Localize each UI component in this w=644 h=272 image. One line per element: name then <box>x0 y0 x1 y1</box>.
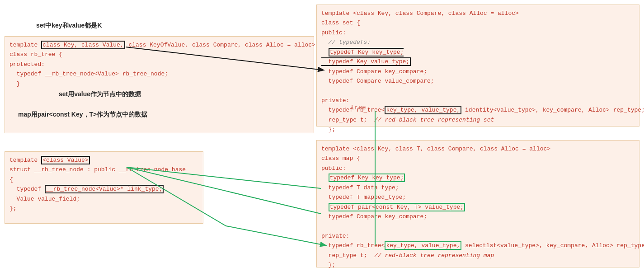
rb-tree-node-panel: template <class Value> struct __rb_tree_… <box>5 151 203 224</box>
highlight-map-value-type: typedef pair<const Key, T> value_type; <box>329 203 465 211</box>
highlight-map-rep-key-value: key_type, value_type, <box>385 241 461 250</box>
annotation-set-key-value: set中key和value都是K <box>36 22 102 30</box>
highlight-set-key-type: typedef Key key_type; typedef Key value_… <box>321 48 411 66</box>
highlight-map-key-type: typedef Key key_type; <box>329 174 405 182</box>
highlight-class-key-value: class Key, class Value, <box>41 41 125 49</box>
set-code: template <class Key, class Compare, clas… <box>321 9 635 135</box>
annotation-set-node-data: set用value作为节点中的数据 <box>59 90 141 98</box>
highlight-link-type: __rb_tree_node<Value>* link_type; <box>45 185 164 193</box>
map-panel: template <class Key, class T, class Comp… <box>316 140 639 267</box>
highlight-class-value-node: <class Value> <box>41 156 89 164</box>
annotation-map-node-data: map用pair<const Key，T>作为节点中的数据 <box>18 111 147 119</box>
map-code: template <class Key, class T, class Comp… <box>321 144 635 270</box>
rb-tree-node-code: template <class Value> struct __rb_tree_… <box>9 155 198 214</box>
highlight-set-rep-key-value: key_type, value_type, <box>385 106 461 114</box>
tree-label: tree <box>351 104 366 111</box>
rb-tree-code: template class Key, class Value, class K… <box>9 40 309 89</box>
